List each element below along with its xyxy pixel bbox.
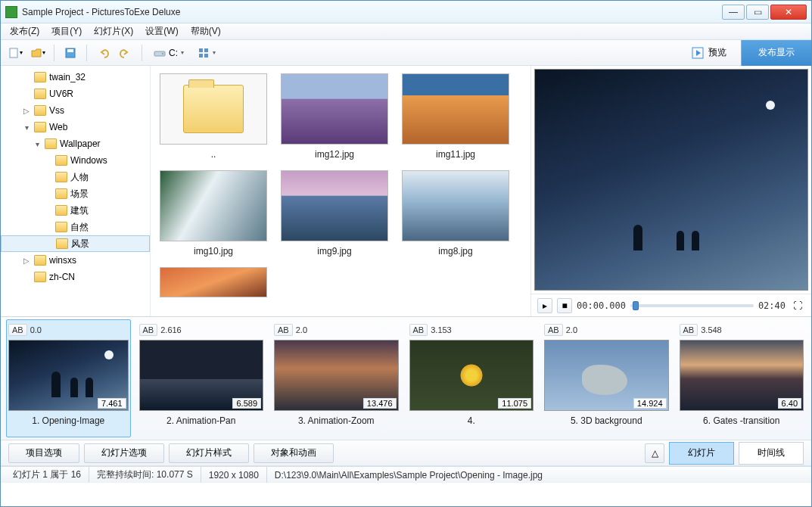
thumbnail-image	[402, 73, 509, 145]
ab-badge[interactable]: AB	[8, 324, 27, 336]
status-bar: 幻灯片 1 属于 16 完整持续时间: 10.077 S 1920 x 1080…	[1, 466, 811, 483]
tree-item[interactable]: twain_32	[1, 69, 150, 86]
slide-name: 4.	[409, 415, 534, 426]
tree-caret-icon: ▷	[22, 257, 31, 265]
timeline-tab[interactable]: 时间线	[739, 442, 804, 465]
file-thumbnail[interactable]	[160, 267, 267, 297]
folder-tree[interactable]: twain_32UV6R▷Vss▾Web▾WallpaperWindows人物场…	[1, 66, 151, 316]
slides-tab[interactable]: 幻灯片	[669, 442, 734, 465]
tree-caret-icon: ▷	[22, 107, 31, 115]
tree-item[interactable]: 自然	[1, 219, 150, 235]
objects-animation-button[interactable]: 对象和动画	[254, 443, 334, 463]
ab-badge[interactable]: AB	[680, 324, 698, 336]
open-button[interactable]: ▾	[28, 43, 48, 63]
view-selector[interactable]: ▾	[192, 43, 221, 63]
status-resolution: 1920 x 1080	[201, 467, 267, 483]
thumbnail-image	[281, 73, 388, 145]
menu-publish[interactable]: 发布(Z)	[4, 23, 45, 39]
thumbnail-label: img12.jpg	[315, 149, 354, 160]
slide-timeline[interactable]: AB0.07.4611. Opening-ImageAB2.6166.5892.…	[1, 317, 811, 440]
thumbnail-image	[281, 170, 388, 241]
tree-item-label: twain_32	[49, 72, 86, 82]
folder-icon	[34, 89, 46, 99]
tree-item[interactable]: ▾Wallpaper	[1, 135, 150, 152]
thumbnail-label: img9.jpg	[317, 246, 351, 257]
maximize-button[interactable]: ▭	[746, 5, 769, 20]
file-thumbnail[interactable]: img11.jpg	[402, 73, 509, 160]
tree-item[interactable]: 人物	[1, 169, 150, 185]
minimize-button[interactable]: —	[722, 5, 745, 20]
play-button[interactable]: ▸	[537, 298, 552, 313]
total-time: 02:40	[758, 300, 786, 311]
slide-thumbnail: 13.476	[274, 340, 399, 411]
drive-selector[interactable]: C: ▾	[148, 43, 189, 63]
close-button[interactable]: ✕	[770, 5, 807, 20]
stop-button[interactable]: ■	[557, 298, 572, 313]
ab-badge[interactable]: AB	[274, 324, 293, 336]
publish-button[interactable]: 发布显示	[741, 40, 811, 66]
timeline-slide[interactable]: AB3.15311.0754.	[409, 322, 534, 435]
preview-button[interactable]: 预览	[683, 42, 735, 64]
folder-icon	[183, 85, 244, 133]
tree-item-label: Vss	[49, 105, 64, 116]
slide-options-button[interactable]: 幻灯片选项	[84, 443, 164, 463]
thumbnail-image	[402, 170, 509, 241]
tree-item[interactable]: UV6R	[1, 86, 150, 102]
tree-item[interactable]: ▾Web	[1, 119, 150, 135]
slide-start-time: 3.153	[431, 325, 452, 334]
tree-item[interactable]: zh-CN	[1, 269, 150, 285]
collapse-up-button[interactable]: △	[645, 443, 664, 463]
file-thumbnail[interactable]: img9.jpg	[281, 170, 388, 257]
timeline-slide[interactable]: AB2.014.9245. 3D background	[544, 322, 669, 435]
ab-badge[interactable]: AB	[409, 324, 428, 336]
tree-item[interactable]: ▷Vss	[1, 102, 150, 119]
timeline-slide[interactable]: AB2.6166.5892. Animation-Pan	[139, 322, 264, 435]
ab-badge[interactable]: AB	[139, 324, 158, 336]
tree-item[interactable]: ▷winsxs	[1, 252, 150, 269]
timeline-slide[interactable]: AB3.5486.406. Gates -transition	[680, 322, 804, 435]
tree-item[interactable]: 建筑	[1, 202, 150, 219]
slide-end-time: 7.461	[98, 398, 126, 409]
folder-icon	[34, 272, 46, 282]
status-duration: 完整持续时间: 10.077 S	[89, 467, 201, 483]
folder-icon	[55, 222, 67, 232]
slide-start-time: 2.616	[160, 325, 182, 334]
menu-project[interactable]: 项目(Y)	[45, 23, 88, 39]
tree-item[interactable]: Windows	[1, 152, 150, 169]
save-button[interactable]	[61, 43, 80, 63]
project-options-button[interactable]: 项目选项	[8, 443, 79, 463]
file-thumbnail[interactable]: img8.jpg	[402, 170, 509, 257]
redo-button[interactable]	[116, 43, 135, 63]
tree-caret-icon: ▾	[22, 123, 31, 132]
folder-icon	[55, 155, 67, 166]
new-button[interactable]: ▾	[5, 43, 25, 63]
timeline-slide[interactable]: AB0.07.4611. Opening-Image	[6, 319, 131, 437]
menu-settings[interactable]: 设置(W)	[139, 23, 184, 39]
menu-help[interactable]: 帮助(V)	[185, 23, 227, 39]
fullscreen-button[interactable]: ⛶	[790, 298, 805, 313]
file-browser[interactable]: ..img12.jpgimg11.jpgimg10.jpgimg9.jpgimg…	[151, 66, 531, 316]
folder-icon	[34, 72, 46, 82]
slide-style-button[interactable]: 幻灯片样式	[169, 443, 249, 463]
slide-start-time: 2.0	[296, 325, 307, 334]
file-thumbnail[interactable]: img10.jpg	[160, 170, 267, 257]
drive-icon	[154, 47, 166, 59]
file-thumbnail[interactable]: img12.jpg	[281, 73, 388, 160]
undo-button[interactable]	[93, 43, 113, 63]
seek-slider[interactable]	[630, 304, 754, 307]
slide-name: 3. Animation-Zoom	[274, 415, 399, 426]
preview-viewport[interactable]	[534, 69, 808, 291]
slide-end-time: 6.40	[778, 398, 801, 409]
tree-item-label: winsxs	[49, 255, 76, 266]
ab-badge[interactable]: AB	[544, 324, 563, 336]
timeline-slide[interactable]: AB2.013.4763. Animation-Zoom	[274, 322, 399, 435]
tree-item-label: UV6R	[49, 89, 73, 99]
menu-slide[interactable]: 幻灯片(X)	[88, 23, 139, 39]
tree-item[interactable]: 场景	[1, 185, 150, 202]
parent-folder-item[interactable]: ..	[160, 73, 267, 160]
thumbnail-label: img10.jpg	[194, 246, 233, 257]
preview-pane: ▸ ■ 00:00.000 02:40 ⛶	[531, 66, 811, 316]
tree-item-label: 自然	[70, 221, 89, 234]
folder-icon	[55, 188, 67, 199]
tree-item[interactable]: 风景	[1, 235, 150, 252]
